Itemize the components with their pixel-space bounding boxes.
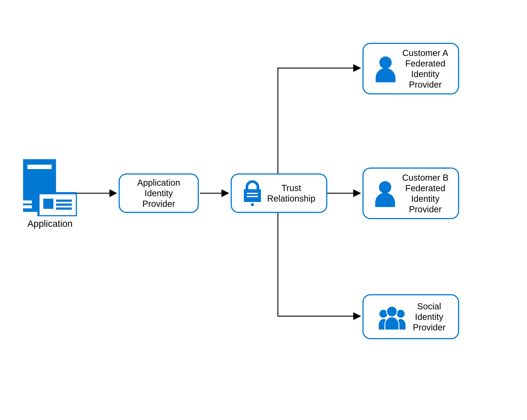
application-icon [23, 159, 77, 216]
node-social: Social Identity Provider [362, 294, 459, 339]
svg-point-15 [379, 310, 387, 318]
svg-point-12 [251, 203, 254, 206]
node-customer-a: Customer A Federated Identity Provider [362, 43, 459, 94]
node-trust: Trust Relationship [231, 173, 327, 213]
people-group-icon [376, 304, 408, 330]
svg-rect-11 [247, 196, 258, 197]
application-label: Application [25, 218, 75, 229]
svg-rect-7 [56, 204, 72, 206]
svg-point-14 [379, 181, 391, 194]
svg-rect-6 [56, 200, 72, 202]
svg-rect-5 [43, 199, 53, 209]
customer-a-label: Customer A Federated Identity Provider [402, 48, 448, 90]
svg-rect-8 [56, 207, 72, 210]
svg-rect-3 [23, 205, 32, 208]
person-icon [373, 180, 397, 207]
svg-point-13 [379, 56, 392, 69]
arrow-trust-to-custa [278, 68, 360, 174]
customer-b-label: Customer B Federated Identity Provider [402, 172, 448, 215]
node-customer-b: Customer B Federated Identity Provider [362, 168, 459, 219]
svg-point-16 [397, 310, 405, 318]
diagram-canvas: Application Application Identity Provide… [0, 0, 527, 420]
trust-label: Trust Relationship [267, 183, 316, 204]
lock-icon [242, 180, 262, 206]
social-label: Social Identity Provider [413, 301, 446, 333]
svg-rect-10 [247, 193, 258, 194]
svg-rect-1 [27, 165, 52, 169]
svg-rect-9 [244, 189, 261, 202]
svg-rect-2 [23, 200, 32, 204]
node-app-idp: Application Identity Provider [119, 173, 199, 213]
server-with-monitor-icon [23, 159, 77, 216]
app-idp-label: Application Identity Provider [137, 177, 180, 209]
arrow-trust-to-social [278, 212, 360, 316]
person-icon [373, 55, 398, 82]
svg-point-17 [387, 306, 397, 317]
